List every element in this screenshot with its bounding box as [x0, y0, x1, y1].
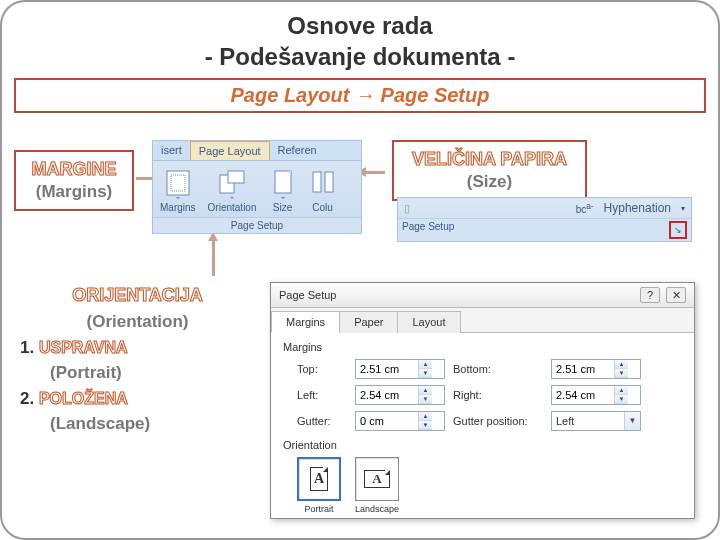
orient-landscape-option[interactable]: A Landscape	[355, 457, 399, 514]
label-margine-sub: (Margins)	[26, 181, 122, 203]
ribbon-group-label: Page Setup	[153, 217, 361, 233]
arrow-orientation	[212, 240, 215, 276]
columns-button[interactable]: Colu	[306, 167, 340, 215]
bottom-label: Bottom:	[453, 363, 543, 375]
dialog-tabs: Margins Paper Layout	[271, 310, 694, 333]
right-label: Right:	[453, 389, 543, 401]
left-field[interactable]: ▲▼	[355, 385, 445, 405]
arrow-size	[365, 171, 385, 174]
top-field[interactable]: ▲▼	[355, 359, 445, 379]
orient-portrait-option[interactable]: A Portrait	[297, 457, 341, 514]
svg-marker-2	[176, 197, 180, 199]
orientation-text-block: ORIJENTACIJA (Orientation) 1. USPRAVNA (…	[20, 282, 255, 437]
gutter-input[interactable]	[356, 412, 418, 430]
size-button[interactable]: Size	[266, 167, 300, 215]
bottom-field[interactable]: ▲▼	[551, 359, 641, 379]
label-margine-top: MARGINE	[26, 158, 122, 181]
slide-title: Osnove rada - Podešavanje dokumenta -	[2, 10, 718, 72]
ribbon-page-layout: isert Page Layout Referen Margins Orient…	[152, 140, 362, 234]
title-line2: - Podešavanje dokumenta -	[205, 43, 516, 70]
label-margine: MARGINE (Margins)	[14, 150, 134, 211]
gutter-label: Gutter:	[297, 415, 347, 427]
left-label: Left:	[297, 389, 347, 401]
hyphenation-button[interactable]: Hyphenation	[604, 201, 671, 215]
section-orientation-label: Orientation	[283, 439, 682, 451]
ribbon2-group-label: Page Setup	[402, 221, 454, 239]
top-input[interactable]	[356, 360, 418, 378]
size-partial: ▯	[404, 202, 410, 215]
right-field[interactable]: ▲▼	[551, 385, 641, 405]
ribbon-tab-references[interactable]: Referen	[270, 141, 325, 160]
margins-icon	[164, 169, 192, 199]
help-button[interactable]: ?	[640, 287, 660, 303]
orient-title: ORIJENTACIJA	[20, 282, 255, 309]
ribbon-tabs: isert Page Layout Referen	[153, 141, 361, 161]
orient-sub: (Orientation)	[20, 309, 255, 335]
orientation-icon	[218, 169, 246, 199]
nav-banner: Page Layout → Page Setup	[14, 78, 706, 113]
tab-paper[interactable]: Paper	[339, 311, 398, 333]
bottom-input[interactable]	[552, 360, 614, 378]
dialog-launcher-icon[interactable]: ↘	[669, 221, 687, 239]
dialog-title: Page Setup	[279, 289, 337, 301]
top-label: Top:	[297, 363, 347, 375]
right-input[interactable]	[552, 386, 614, 404]
title-line1: Osnove rada	[287, 12, 432, 39]
svg-rect-10	[325, 172, 333, 192]
left-input[interactable]	[356, 386, 418, 404]
ribbon-strip-right: ▯ bca- Hyphenation ▾ Page Setup ↘	[397, 197, 692, 242]
ribbon-tab-page-layout[interactable]: Page Layout	[190, 141, 270, 160]
svg-marker-5	[230, 197, 234, 199]
tab-margins[interactable]: Margins	[271, 311, 340, 333]
gutterpos-combo[interactable]: Left▼	[551, 411, 641, 431]
close-button[interactable]: ✕	[666, 287, 686, 303]
label-size-top: VELIČINA PAPIRA	[404, 148, 575, 171]
gutter-field[interactable]: ▲▼	[355, 411, 445, 431]
ribbon-tab-insert[interactable]: isert	[153, 141, 190, 160]
label-size-sub: (Size)	[404, 171, 575, 193]
svg-rect-4	[228, 171, 244, 183]
svg-rect-6	[275, 171, 291, 193]
page-setup-dialog: Page Setup ? ✕ Margins Paper Layout Marg…	[270, 282, 695, 519]
svg-marker-8	[281, 197, 285, 199]
svg-rect-9	[313, 172, 321, 192]
tab-layout[interactable]: Layout	[397, 311, 460, 333]
margins-button[interactable]: Margins	[157, 167, 199, 215]
columns-icon	[309, 169, 337, 199]
section-margins-label: Margins	[283, 341, 682, 353]
gutterpos-label: Gutter position:	[453, 415, 543, 427]
orientation-button[interactable]: Orientation	[205, 167, 260, 215]
label-size: VELIČINA PAPIRA (Size)	[392, 140, 587, 201]
size-icon	[269, 169, 297, 199]
